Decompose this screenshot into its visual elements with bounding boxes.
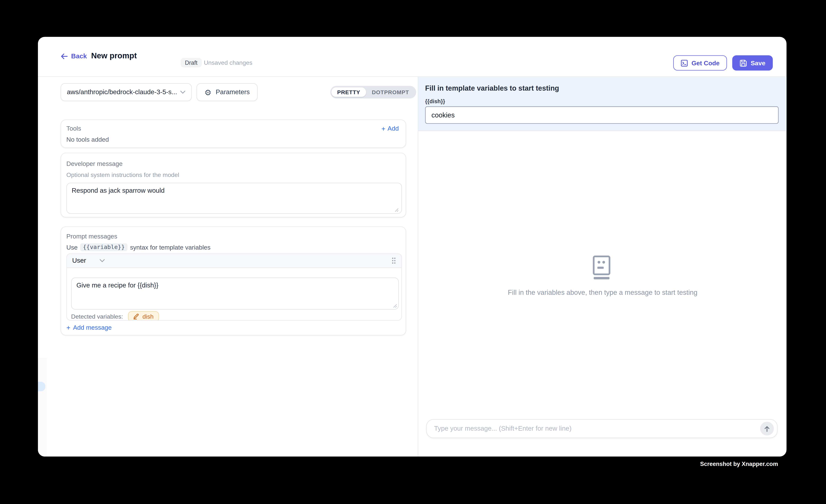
plus-icon: + — [66, 324, 70, 331]
arrow-up-icon — [764, 425, 770, 432]
status-badge: Draft — [181, 58, 201, 68]
toggle-pretty[interactable]: PRETTY — [331, 87, 366, 97]
dish-variable-label: {{dish}} — [425, 98, 445, 104]
resize-grip-icon[interactable] — [395, 208, 399, 212]
send-button[interactable] — [760, 422, 774, 436]
model-selector[interactable]: aws/anthropic/bedrock-claude-3-5-s... — [61, 83, 192, 101]
save-label: Save — [751, 59, 766, 67]
page-title: New prompt — [91, 51, 137, 60]
detected-variables-label: Detected variables: — [71, 313, 123, 320]
user-message-textarea[interactable]: Give me a recipe for {{dish}} — [71, 277, 399, 310]
back-button[interactable]: Back — [61, 53, 87, 60]
chat-message-input[interactable] — [427, 425, 760, 432]
gear-icon: ⚙ — [204, 88, 212, 96]
role-value: User — [72, 257, 86, 264]
chat-input-bar — [426, 419, 778, 438]
developer-message-subtitle: Optional system instructions for the mod… — [66, 172, 400, 178]
dish-variable-input[interactable] — [425, 106, 779, 124]
tools-card: Tools + Add No tools added — [61, 120, 406, 148]
developer-message-card: Developer message Optional system instru… — [61, 153, 406, 217]
robot-face-icon — [592, 255, 613, 279]
variable-badge-dish[interactable]: dish — [128, 311, 159, 321]
hint-suffix: syntax for template variables — [130, 244, 211, 251]
screenshot-stage: Back New prompt Draft Unsaved changes Ge… — [0, 0, 826, 504]
test-panel: Fill in template variables to start test… — [418, 77, 786, 456]
drag-handle-icon[interactable] — [392, 257, 396, 264]
test-panel-title: Fill in template variables to start test… — [425, 84, 559, 92]
role-selector[interactable]: User — [72, 257, 105, 264]
edit-pencil-icon — [133, 313, 139, 320]
resize-grip-icon[interactable] — [393, 304, 397, 308]
developer-message-textarea[interactable]: Respond as jack sparrow would — [66, 183, 402, 214]
toggle-dotprompt[interactable]: DOTPROMPT — [366, 87, 415, 97]
save-floppy-icon — [740, 59, 747, 67]
hint-prefix: Use — [66, 244, 78, 251]
unsaved-changes-text: Unsaved changes — [204, 60, 252, 66]
chat-empty-state: Fill in the variables above, then type a… — [418, 255, 786, 297]
back-arrow-icon — [61, 53, 68, 60]
parameters-button[interactable]: ⚙ Parameters — [196, 83, 258, 101]
variable-syntax-hint: Use {{variable}} syntax for template var… — [66, 243, 400, 251]
developer-message-title: Developer message — [66, 160, 400, 167]
add-tool-label: Add — [388, 125, 399, 132]
terminal-icon — [680, 59, 688, 67]
peek-sidebar-strip — [38, 358, 47, 456]
peek-sidebar-highlight — [38, 382, 45, 391]
variable-badge-label: dish — [142, 313, 154, 320]
message-block: User Give me a recipe for {{dis — [66, 253, 402, 321]
variable-code-chip: {{variable}} — [80, 243, 127, 251]
view-mode-toggle: PRETTY DOTPROMPT — [330, 86, 416, 98]
add-tool-button[interactable]: + Add — [381, 125, 399, 132]
get-code-label: Get Code — [691, 59, 719, 67]
detected-variables-row: Detected variables: dish — [71, 311, 159, 321]
back-label: Back — [71, 53, 87, 60]
header-bar: Back New prompt Draft Unsaved changes Ge… — [38, 37, 786, 77]
save-button[interactable]: Save — [732, 55, 773, 71]
prompt-editor-panel: aws/anthropic/bedrock-claude-3-5-s... ⚙ … — [38, 77, 418, 456]
header-actions: Get Code Save — [673, 55, 773, 71]
prompt-messages-card: Prompt messages Use {{variable}} syntax … — [61, 227, 406, 335]
watermark-text: Screenshot by Xnapper.com — [700, 461, 778, 467]
chevron-down-icon — [180, 90, 185, 94]
app-window: Back New prompt Draft Unsaved changes Ge… — [38, 37, 786, 456]
add-message-label: Add message — [73, 324, 112, 331]
tools-title: Tools — [66, 125, 400, 132]
model-selector-value: aws/anthropic/bedrock-claude-3-5-s... — [67, 88, 177, 96]
parameters-label: Parameters — [216, 88, 250, 96]
prompt-messages-title: Prompt messages — [66, 233, 400, 240]
get-code-button[interactable]: Get Code — [673, 55, 727, 71]
template-variables-band: Fill in template variables to start test… — [418, 77, 786, 131]
message-header: User — [67, 254, 401, 268]
add-message-button[interactable]: + Add message — [66, 324, 112, 331]
plus-icon: + — [381, 125, 386, 132]
chevron-down-icon — [100, 259, 105, 262]
tools-empty-text: No tools added — [66, 136, 109, 143]
empty-state-text: Fill in the variables above, then type a… — [508, 289, 697, 297]
